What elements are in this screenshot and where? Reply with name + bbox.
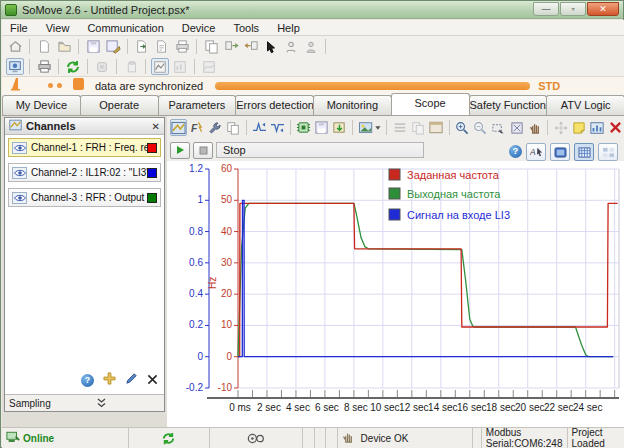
pan-hand-icon[interactable] <box>526 119 543 136</box>
zoom-out-icon[interactable] <box>472 119 489 136</box>
menu-file[interactable]: File <box>10 22 28 34</box>
add-channel-icon[interactable] <box>103 371 116 389</box>
tab-errors-detection[interactable]: Errors detection <box>235 95 314 115</box>
device-tabs: My Device Operate Parameters Errors dete… <box>2 94 624 116</box>
copy-curve-icon <box>409 119 426 136</box>
channel-row-2[interactable]: Channel-2 : IL1R:02 : "LI3" logic <box>8 163 161 182</box>
std-mode-label: STD <box>538 80 560 92</box>
chart-tool-icon <box>171 58 189 75</box>
pointer-icon[interactable] <box>262 38 280 55</box>
load-to-device-icon[interactable] <box>222 38 240 55</box>
visibility-eye-icon[interactable] <box>12 142 27 154</box>
sync-status-cell[interactable] <box>129 428 210 448</box>
tab-monitoring[interactable]: Monitoring <box>313 95 392 115</box>
save-icon[interactable] <box>84 38 102 55</box>
channels-close-icon[interactable]: ✕ <box>152 121 160 132</box>
menu-tools[interactable]: Tools <box>233 22 259 34</box>
connection-cell: Modbus Serial:COM6:248 <box>482 428 568 448</box>
statusbar-sync-icon <box>161 431 176 446</box>
copy-layout-icon[interactable] <box>225 119 242 136</box>
motor-state-cell <box>210 428 303 448</box>
note-icon[interactable] <box>570 119 587 136</box>
channel-row-1[interactable]: Channel-1 : FRH : Freq. ref. <box>8 138 161 157</box>
menu-view[interactable]: View <box>46 22 70 34</box>
zoom-in-icon[interactable] <box>454 119 471 136</box>
scope-workspace: Channels ✕ Channel-1 : FRH : Freq. ref. … <box>2 116 624 427</box>
channel-color-swatch[interactable] <box>147 193 157 203</box>
edit-channel-icon[interactable] <box>125 371 138 389</box>
scope-settings-icon[interactable] <box>170 119 187 136</box>
svg-text:0.8: 0.8 <box>189 226 203 237</box>
zoom-selection-icon[interactable] <box>490 119 507 136</box>
print-report-icon[interactable] <box>35 58 53 75</box>
print-icon[interactable] <box>173 38 191 55</box>
sync-data-icon[interactable] <box>64 58 82 75</box>
load-curves-icon[interactable] <box>331 119 348 136</box>
open-project-icon[interactable] <box>55 38 73 55</box>
chevron-double-down-icon[interactable] <box>97 394 106 412</box>
trigger-icon[interactable]: F <box>188 119 205 136</box>
tab-safety-functions[interactable]: Safety Functions <box>469 95 548 115</box>
channel-color-swatch[interactable] <box>147 168 157 178</box>
sync-progress-bar <box>215 82 530 90</box>
curve-falling-icon[interactable] <box>269 119 286 136</box>
grid-display-icon[interactable] <box>574 143 594 161</box>
window-title: SoMove 2.6 - Untitled Project.psx* <box>22 4 190 16</box>
wrench-icon[interactable] <box>206 119 223 136</box>
scope-view-icon[interactable] <box>151 58 169 75</box>
sync-status-bar: data are synchronized STD <box>2 77 624 94</box>
record-stop-button[interactable] <box>193 142 213 159</box>
svg-text:0: 0 <box>226 351 232 362</box>
menu-help[interactable]: Help <box>277 22 300 34</box>
channels-header: Channels ✕ <box>5 118 164 135</box>
user-icon[interactable] <box>302 38 320 55</box>
visibility-eye-icon[interactable] <box>12 192 27 204</box>
report-icon[interactable] <box>153 38 171 55</box>
record-play-button[interactable] <box>170 142 190 159</box>
menu-communication[interactable]: Communication <box>87 22 163 34</box>
tab-parameters[interactable]: Parameters <box>158 95 237 115</box>
online-label: Online <box>23 433 54 444</box>
export-icon[interactable] <box>133 38 151 55</box>
svg-text:50: 50 <box>221 194 233 205</box>
tab-scope[interactable]: Scope <box>391 93 470 115</box>
home-icon[interactable] <box>6 38 24 55</box>
maximize-button[interactable]: ▫ <box>560 2 586 16</box>
tab-my-device[interactable]: My Device <box>2 95 81 115</box>
histogram-panel-icon[interactable] <box>589 119 606 136</box>
duplicate-icon[interactable] <box>202 38 220 55</box>
user-upload-icon[interactable] <box>282 38 300 55</box>
close-button[interactable]: ✕ <box>587 2 619 16</box>
scope-help-icon[interactable]: ? <box>509 145 522 158</box>
display-mode-icon[interactable] <box>550 143 570 161</box>
tab-operate[interactable]: Operate <box>80 95 159 115</box>
sync-dot-1 <box>48 83 53 88</box>
connection-label: Modbus Serial:COM6:248 <box>486 427 563 448</box>
cursor-measure-icon[interactable]: A <box>526 143 546 161</box>
channel-color-swatch[interactable] <box>147 143 157 153</box>
multi-grid-icon[interactable] <box>598 143 618 161</box>
visibility-eye-icon[interactable] <box>12 167 27 179</box>
channel-help-icon[interactable]: ? <box>81 374 94 387</box>
channel-row-3[interactable]: Channel-3 : RFR : Output <box>8 188 161 207</box>
channels-title: Channels <box>26 120 152 132</box>
menu-device[interactable]: Device <box>182 22 216 34</box>
svg-text:Hz: Hz <box>207 277 218 289</box>
curve-rising-icon[interactable] <box>251 119 268 136</box>
delete-channel-icon[interactable] <box>147 371 158 389</box>
save-as-icon[interactable] <box>104 38 122 55</box>
store-to-pc-icon[interactable] <box>242 38 260 55</box>
window-config-icon[interactable] <box>427 119 444 136</box>
close-scope-icon[interactable] <box>607 119 624 136</box>
save-curves-icon[interactable] <box>313 119 330 136</box>
online-status-cell: Online <box>2 428 129 448</box>
sampling-bar[interactable]: Sampling <box>5 394 164 411</box>
export-image-icon[interactable] <box>357 119 382 136</box>
tab-atv-logic[interactable]: ATV Logic <box>546 95 624 115</box>
new-project-icon[interactable] <box>35 38 53 55</box>
device-config-icon[interactable] <box>6 58 24 75</box>
read-device-icon[interactable] <box>295 119 312 136</box>
record-status-field: Stop <box>216 142 424 158</box>
zoom-reset-icon[interactable] <box>508 119 525 136</box>
minimize-button[interactable]: — <box>533 2 559 16</box>
